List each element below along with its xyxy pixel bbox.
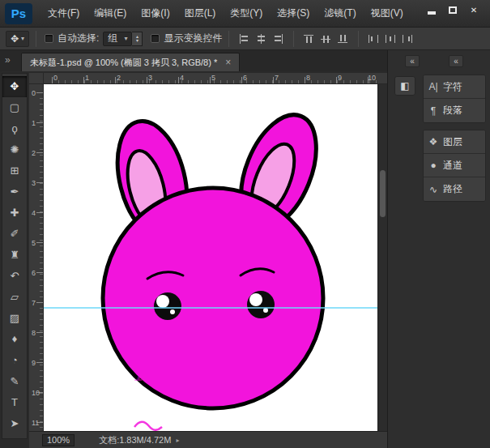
clone-stamp-tool[interactable]: ♜ (2, 245, 27, 266)
ruler-corner-right (377, 73, 387, 84)
menu-bar: Ps 文件(F) 编辑(E) 图像(I) 图层(L) 类型(Y) 选择(S) 滤… (0, 0, 490, 28)
toolbar-expand-chevron-icon[interactable]: » (5, 54, 11, 66)
h-ruler-number: 9 (338, 74, 342, 82)
vertical-ruler[interactable]: 0 1 2 3 4 5 6 7 8 9 10 11 (29, 84, 44, 431)
path-selection-tool[interactable]: ➤ (2, 413, 27, 434)
separator (293, 31, 294, 47)
ruler-corner[interactable] (29, 73, 44, 84)
menu-type[interactable]: 类型(Y) (223, 0, 270, 27)
tab-close-icon[interactable]: × (225, 57, 231, 68)
left-eye-highlight-small (170, 309, 175, 314)
horizontal-ruler[interactable]: 0 1 2 3 4 5 6 7 8 9 10 (44, 73, 377, 84)
left-eye (154, 292, 181, 320)
gradient-tool[interactable]: ▨ (2, 308, 27, 329)
move-tool[interactable]: ✥ (2, 76, 27, 97)
collapsed-panel-icon[interactable]: ◧ (394, 76, 415, 96)
close-button[interactable]: ✕ (466, 4, 482, 16)
menu-select[interactable]: 选择(S) (270, 0, 317, 27)
zoom-level-field[interactable]: 100% (42, 434, 75, 446)
layers-panel-icon: ❖ (424, 136, 443, 147)
vertical-scrollbar-thumb[interactable] (380, 170, 386, 217)
channels-panel-icon: ● (424, 160, 443, 171)
auto-select-value: 组 (108, 32, 117, 45)
show-transform-label: 显示变换控件 (164, 32, 222, 45)
h-ruler-number: 10 (368, 74, 376, 82)
spot-healing-brush-tool[interactable]: ✚ (2, 203, 27, 224)
vertical-scrollbar[interactable] (377, 84, 387, 431)
v-ruler-number: 9 (32, 359, 36, 367)
separator (358, 31, 359, 47)
rectangular-marquee-tool[interactable]: ▢ (2, 97, 27, 118)
distribute-left-icon[interactable] (369, 34, 379, 44)
lasso-tool[interactable]: ϙ (2, 118, 27, 139)
pen-tool[interactable]: ✎ (2, 371, 27, 392)
v-ruler-number: 5 (32, 239, 36, 247)
v-ruler-number: 10 (32, 389, 40, 397)
v-ruler-number: 2 (32, 149, 36, 157)
menu-view[interactable]: 视图(V) (364, 0, 411, 27)
distribute-right-icon[interactable] (403, 34, 413, 44)
menu-edit[interactable]: 编辑(E) (87, 0, 134, 27)
h-ruler-number: 1 (85, 74, 89, 82)
menu-list: 文件(F) 编辑(E) 图像(I) 图层(L) 类型(Y) 选择(S) 滤镜(T… (40, 0, 411, 27)
document-tab[interactable]: 未标题-1.psd @ 100% (椭圆 3 拷贝 3, RGB/8) * × (21, 53, 240, 71)
h-ruler-number: 3 (148, 74, 152, 82)
panel-tab-layers[interactable]: ❖ 图层 (424, 130, 485, 154)
auto-select-spinner[interactable]: ▴ ▾ (132, 32, 143, 46)
menu-layer[interactable]: 图层(L) (177, 0, 224, 27)
align-bottom-edges-icon[interactable] (338, 34, 348, 44)
align-top-edges-icon[interactable] (304, 34, 314, 44)
tool-preset-picker[interactable]: ✥ ▾ (6, 31, 29, 47)
history-brush-tool[interactable]: ↶ (2, 266, 27, 287)
align-left-edges-icon[interactable] (239, 34, 249, 44)
move-tool-icon: ✥ (11, 33, 19, 45)
right-eye (247, 291, 275, 318)
auto-select-checkbox[interactable] (45, 34, 53, 43)
document-canvas[interactable]: Yu (44, 84, 377, 431)
blur-tool[interactable]: ♦ (2, 329, 27, 350)
panel-dock: « « ◧ A| 字符 ¶ 段落 ❖ 图层 ● 通道 ∿ 路径 (387, 50, 490, 448)
align-vertical-centers-icon[interactable] (321, 34, 331, 44)
menu-file[interactable]: 文件(F) (40, 0, 87, 27)
minimize-button[interactable] (424, 4, 440, 16)
left-eye-highlight (156, 295, 169, 308)
panel-tab-paragraph[interactable]: ¶ 段落 (424, 99, 485, 122)
menu-image[interactable]: 图像(I) (134, 0, 177, 27)
h-ruler-number: 5 (211, 74, 215, 82)
v-ruler-number: 4 (32, 209, 36, 217)
eraser-tool[interactable]: ▱ (2, 287, 27, 308)
minimize-icon (428, 11, 436, 15)
maximize-button[interactable] (445, 4, 461, 16)
align-horizontal-centers-icon[interactable] (256, 34, 266, 44)
auto-select-label: 自动选择: (58, 32, 99, 45)
eyedropper-tool[interactable]: ✒ (2, 181, 27, 203)
tool-options-bar: ✥ ▾ 自动选择: 组 ▾ ▴ ▾ 显示变换控件 (0, 28, 490, 50)
quick-selection-tool[interactable]: ✺ (2, 139, 27, 160)
window-controls: ✕ (424, 0, 490, 27)
v-ruler-number: 1 (32, 119, 36, 127)
type-tool[interactable]: T (2, 392, 27, 413)
distribute-horizontal-centers-icon[interactable] (386, 34, 396, 44)
h-ruler-number: 2 (117, 74, 121, 82)
h-ruler-number: 7 (275, 74, 279, 82)
panel-tab-paths[interactable]: ∿ 路径 (424, 177, 485, 201)
brush-tool[interactable]: ✐ (2, 224, 27, 245)
status-options-arrow-icon[interactable]: ▸ (176, 437, 179, 444)
auto-select-dropdown[interactable]: 组 ▾ (103, 32, 132, 46)
panel-tab-character[interactable]: A| 字符 (424, 75, 485, 99)
v-ruler-number: 11 (32, 419, 39, 427)
panel-tab-channels[interactable]: ● 通道 (424, 154, 485, 177)
photoshop-logo: Ps (5, 3, 32, 24)
tool-strip: ✥ ▢ ϙ ✺ ⊞ ✒ ✚ ✐ ♜ ↶ ▱ ▨ ♦ ◔ ✎ T ➤ (2, 73, 28, 439)
chevron-down-icon: ▾ (124, 36, 127, 42)
dodge-tool[interactable]: ◔ (2, 350, 27, 371)
maximize-icon (449, 6, 457, 14)
separator (228, 31, 229, 47)
dock-collapse-icon[interactable]: « (449, 55, 463, 67)
align-right-edges-icon[interactable] (273, 34, 283, 44)
show-transform-checkbox[interactable] (151, 34, 160, 43)
crop-tool[interactable]: ⊞ (2, 160, 27, 181)
paragraph-panel-icon: ¶ (424, 105, 443, 117)
menu-filter[interactable]: 滤镜(T) (317, 0, 363, 27)
dock-collapse-icon[interactable]: « (405, 55, 420, 67)
